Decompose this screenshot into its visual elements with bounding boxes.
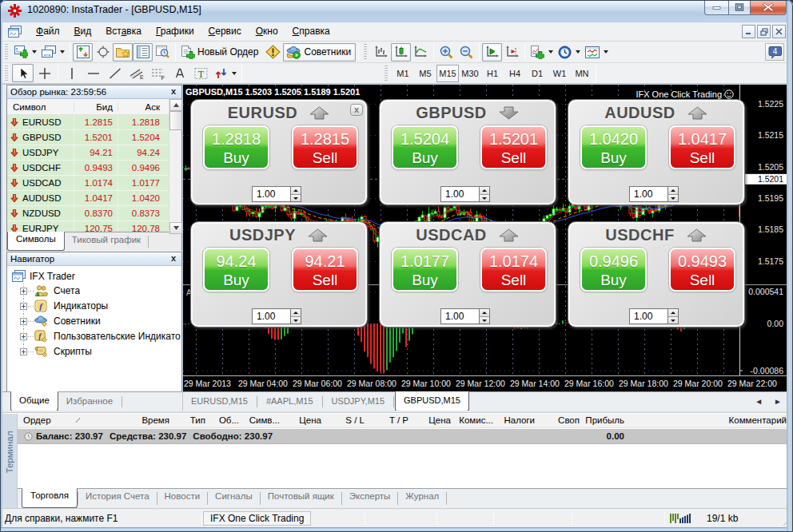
mdi-restore-button[interactable]	[757, 25, 771, 38]
toolbar-button-crosshair[interactable]	[34, 64, 55, 82]
chart-tab-2[interactable]: #AAPL,M15	[258, 392, 321, 411]
toolbar-button-chart-line[interactable]	[411, 43, 431, 62]
menu-окно[interactable]: Окно	[249, 22, 285, 41]
timeframe-H1[interactable]: H1	[481, 65, 504, 82]
toolbar-button-strategy-tester[interactable]	[153, 43, 173, 62]
dropdown-arrow-icon[interactable]	[32, 50, 37, 54]
scroll-down-icon[interactable]	[169, 222, 182, 234]
toolbar-button-terminal[interactable]	[133, 43, 153, 62]
column-symbol[interactable]: Символ	[7, 102, 74, 112]
market-watch-scrollbar[interactable]	[169, 99, 181, 234]
timeframe-M30[interactable]: M30	[459, 65, 481, 82]
terminal-splitter[interactable]	[0, 411, 793, 413]
toolbar-button-vline[interactable]	[61, 64, 82, 82]
volume-stepper[interactable]	[290, 308, 301, 324]
toolbar-button-expert-advisors[interactable]: Советники	[283, 43, 356, 62]
terminal-tab-5[interactable]: Почтовый ящик	[261, 489, 341, 508]
buy-button[interactable]: 1.0177Buy	[392, 248, 458, 292]
chart-mdi-icon[interactable]	[8, 26, 22, 38]
buy-button[interactable]: 94.24Buy	[203, 248, 269, 292]
toolbar-button-cursor[interactable]	[12, 64, 34, 82]
toolbar-grip[interactable]	[4, 44, 10, 60]
toolbar-button-periods[interactable]	[556, 43, 583, 62]
mdi-close-button[interactable]	[772, 25, 786, 38]
dropdown-arrow-icon[interactable]	[232, 72, 237, 75]
spin-down-icon[interactable]	[668, 316, 678, 324]
timeframe-D1[interactable]: D1	[526, 65, 548, 82]
market-watch-close-icon[interactable]: x	[169, 87, 178, 97]
tree-item-1[interactable]: Счета	[7, 284, 181, 299]
terminal-tab-1[interactable]: Торговля	[22, 488, 78, 508]
volume-stepper[interactable]	[479, 186, 490, 202]
maximize-button[interactable]	[728, 0, 751, 15]
market-watch-row-USDJPY[interactable]: USDJPY94.2194.24	[7, 145, 181, 161]
toolbar-button-arrows[interactable]	[212, 64, 239, 82]
mdi-minimize-button[interactable]	[742, 25, 755, 38]
toolbar-button-chart-candles[interactable]	[391, 43, 411, 62]
volume-input[interactable]	[629, 308, 667, 324]
menu-графики[interactable]: Графики	[149, 22, 201, 41]
status-mode[interactable]: IFX One Click Trading	[203, 511, 311, 526]
navigator-titlebar[interactable]: Навигатор x	[7, 252, 181, 266]
toolbar-button-data-window[interactable]	[93, 43, 113, 62]
market-watch-tab-1[interactable]: Символы	[7, 232, 65, 251]
timeframe-M5[interactable]: M5	[414, 65, 436, 82]
sell-button[interactable]: 94.21Sell	[292, 248, 358, 292]
tree-item-5[interactable]: Скрипты	[7, 344, 181, 359]
terminal-tab-7[interactable]: Журнал	[398, 489, 446, 508]
volume-input[interactable]	[440, 308, 479, 324]
volume-input[interactable]	[440, 186, 479, 202]
volume-stepper[interactable]	[667, 186, 679, 202]
toolbar-button-zoom-out[interactable]	[456, 43, 476, 62]
expand-icon[interactable]	[20, 303, 27, 310]
tree-item-root[interactable]: IFX Trader	[7, 268, 181, 284]
timeframe-MN[interactable]: MN	[571, 65, 593, 82]
navigator-tab-1[interactable]: Общие	[10, 391, 58, 411]
sell-button[interactable]: 1.0174Sell	[480, 248, 547, 292]
close-button[interactable]	[751, 0, 787, 15]
toolbar-button-text[interactable]	[169, 64, 190, 82]
dropdown-arrow-icon[interactable]	[548, 50, 553, 54]
menu-вставка[interactable]: Вставка	[98, 22, 149, 41]
toolbar-button-navigator[interactable]	[113, 43, 133, 62]
chart-tab-3[interactable]: USDJPY,M15	[324, 392, 393, 411]
toolbar-button-market-watch[interactable]	[73, 43, 93, 62]
scroll-left-icon[interactable]: ◄	[755, 397, 763, 406]
market-watch-row-USDCAD[interactable]: USDCAD1.01741.0177	[7, 176, 181, 191]
toolbar-button-zoom-in[interactable]	[436, 43, 456, 62]
dropdown-arrow-icon[interactable]	[60, 50, 65, 54]
volume-stepper[interactable]	[667, 308, 679, 324]
notifications-button[interactable]: 4	[765, 43, 784, 61]
toolbar-button-hline[interactable]	[82, 64, 104, 82]
timeframe-M15[interactable]: M15	[436, 65, 459, 82]
scroll-up-icon[interactable]	[169, 99, 182, 111]
terminal-tab-6[interactable]: Эксперты	[342, 489, 397, 508]
expand-icon[interactable]	[20, 318, 27, 325]
expand-icon[interactable]	[20, 333, 27, 340]
column-ask[interactable]: Аск	[118, 102, 165, 112]
scrollbar-thumb[interactable]	[169, 111, 182, 130]
toolbar-grip[interactable]	[384, 66, 389, 81]
terminal-tab-3[interactable]: Новости	[157, 489, 208, 508]
menu-файл[interactable]: Файл	[29, 22, 67, 41]
spin-down-icon[interactable]	[291, 194, 301, 202]
terminal-tab-2[interactable]: История Счета	[78, 489, 157, 508]
chart-area[interactable]: 1.52251.52151.52051.51951.51851.51750.00…	[183, 85, 787, 391]
market-watch-row-EURUSD[interactable]: EURUSD1.28151.2818	[7, 115, 181, 130]
market-watch-tab-2[interactable]: Тиковый график	[65, 232, 148, 251]
toolbar-button-warning[interactable]	[263, 43, 283, 62]
volume-stepper[interactable]	[290, 186, 301, 202]
spin-up-icon[interactable]	[668, 187, 678, 194]
chart-tab-4[interactable]: GBPUSD,M15	[395, 391, 469, 411]
spin-up-icon[interactable]	[480, 309, 489, 316]
buy-button[interactable]: 1.0420Buy	[580, 125, 647, 169]
toolbar-button-fibonacci[interactable]: F	[147, 64, 169, 82]
toolbar-grip[interactable]	[4, 66, 10, 81]
buy-button[interactable]: 1.5204Buy	[392, 125, 458, 169]
market-watch-row-GBPUSD[interactable]: GBPUSD1.52011.5204	[7, 130, 181, 145]
spin-up-icon[interactable]	[668, 309, 678, 316]
buy-button[interactable]: 0.9496Buy	[580, 248, 647, 292]
timeframe-H4[interactable]: H4	[504, 65, 526, 82]
toolbar-button-indicators[interactable]	[528, 43, 556, 62]
timeframe-W1[interactable]: W1	[548, 65, 571, 82]
